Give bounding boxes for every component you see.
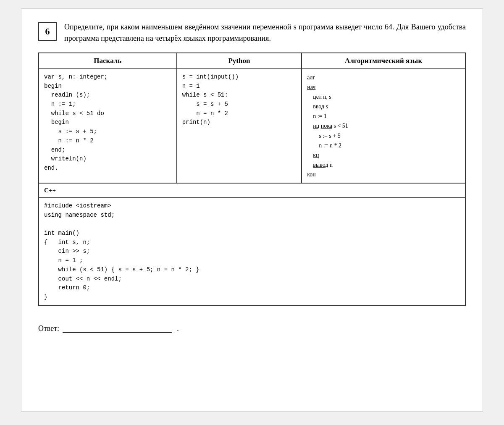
- algo-line-n1: n := 1: [307, 113, 327, 119]
- cpp-code: #include <iostream> using namespace std;…: [44, 202, 460, 302]
- answer-line[interactable]: [63, 323, 172, 333]
- col3-header: Алгоритмический язык: [302, 53, 465, 69]
- pascal-code: var s, n: integer; begin readln (s); n :…: [44, 73, 171, 173]
- algo-cell: алг нач цел n, s ввод s n := 1 нц пока s…: [302, 69, 465, 183]
- answer-dot: .: [177, 324, 179, 333]
- algo-line-cel: цел n, s: [307, 94, 331, 100]
- algo-code: алг нач цел n, s ввод s n := 1 нц пока s…: [307, 73, 460, 179]
- cpp-header: C++: [44, 187, 56, 194]
- algo-line-alg: алг: [307, 74, 315, 81]
- algo-line-vyvod: вывод n: [307, 162, 333, 168]
- algo-line-kon: кон: [307, 171, 316, 178]
- pascal-cell: var s, n: integer; begin readln (s); n :…: [39, 69, 177, 183]
- page: 6 Определите, при каком наименьшем введё…: [21, 8, 483, 412]
- answer-section: Ответ: .: [38, 323, 466, 333]
- algo-line-n2: n := n * 2: [307, 142, 341, 149]
- question-number: 6: [38, 22, 57, 41]
- col1-header: Паскаль: [39, 53, 177, 69]
- cpp-code-cell: #include <iostream> using namespace std;…: [39, 198, 465, 306]
- answer-label: Ответ:: [38, 324, 59, 333]
- col2-header: Python: [177, 53, 302, 69]
- algo-line-nach: нач: [307, 84, 315, 90]
- python-code: s = int(input()) n = 1 while s < 51: s =…: [182, 73, 297, 127]
- python-cell: s = int(input()) n = 1 while s < 51: s =…: [177, 69, 302, 183]
- cpp-header-cell: C++: [39, 183, 465, 198]
- question-text: Определите, при каком наименьшем введённ…: [64, 21, 466, 44]
- algo-line-kc: кц: [307, 152, 319, 158]
- algo-line-vvod: ввод s: [307, 103, 328, 110]
- algo-line-s5: s := s + 5: [307, 133, 341, 139]
- question-header: 6 Определите, при каком наименьшем введё…: [38, 21, 466, 44]
- main-table: Паскаль Python Алгоритмический язык var …: [38, 52, 466, 306]
- algo-line-nc: нц пока s < 51: [307, 123, 348, 129]
